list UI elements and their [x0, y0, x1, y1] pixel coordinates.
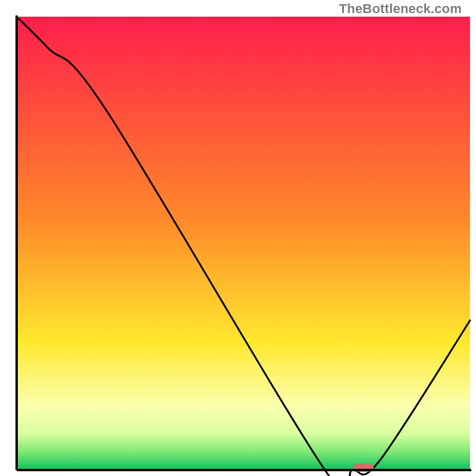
chart-svg	[0, 0, 476, 476]
gradient-background	[17, 17, 470, 470]
chart-container: TheBottleneck.com	[0, 0, 476, 476]
watermark-text: TheBottleneck.com	[339, 1, 462, 17]
